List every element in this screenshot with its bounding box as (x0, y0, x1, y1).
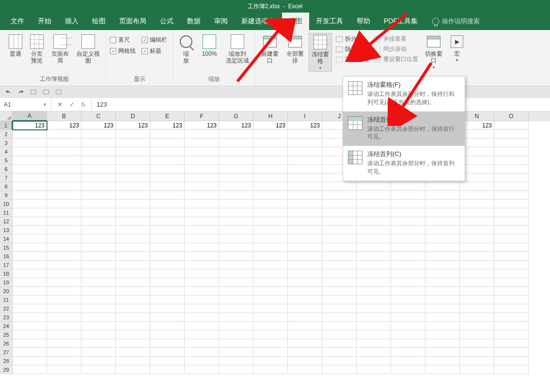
fx-icon[interactable]: fx (81, 101, 85, 108)
cell[interactable] (150, 287, 185, 296)
cell[interactable] (494, 357, 529, 365)
cell[interactable] (494, 339, 529, 348)
cell[interactable] (322, 278, 357, 287)
cell[interactable] (81, 313, 116, 322)
cell[interactable] (116, 287, 150, 296)
cell[interactable] (219, 365, 253, 374)
cell[interactable] (357, 322, 391, 330)
cell[interactable] (150, 139, 185, 147)
row-header[interactable]: 24 (0, 322, 13, 330)
column-header[interactable]: F (185, 111, 219, 121)
cell[interactable] (391, 208, 425, 217)
cell[interactable] (81, 322, 116, 330)
cell[interactable] (357, 304, 391, 313)
cell[interactable] (494, 296, 529, 304)
cell[interactable] (81, 348, 116, 357)
cell[interactable] (425, 226, 460, 235)
cell[interactable] (150, 269, 185, 278)
cell[interactable] (185, 226, 219, 235)
cell[interactable] (391, 226, 425, 235)
cell[interactable] (322, 191, 357, 200)
cell[interactable] (150, 235, 185, 243)
cell[interactable] (494, 191, 529, 200)
cell[interactable] (494, 200, 529, 208)
cell[interactable] (219, 348, 253, 357)
cell[interactable] (150, 226, 185, 235)
cell[interactable] (357, 357, 391, 365)
cell[interactable] (391, 357, 425, 365)
ruler-checkbox[interactable]: 直尺 (110, 36, 136, 44)
cell[interactable] (13, 304, 47, 313)
cell[interactable] (253, 165, 288, 173)
cell[interactable] (185, 357, 219, 365)
row-header[interactable]: 16 (0, 252, 13, 261)
cell[interactable] (253, 235, 288, 243)
cell[interactable] (494, 348, 529, 357)
cell[interactable] (357, 269, 391, 278)
cell[interactable] (116, 322, 150, 330)
cell[interactable] (357, 287, 391, 296)
chevron-down-icon[interactable]: ▼ (43, 102, 47, 107)
cell[interactable] (253, 365, 288, 374)
cell[interactable] (494, 365, 529, 374)
cell[interactable] (357, 330, 391, 339)
tab-draw[interactable]: 绘图 (85, 13, 112, 30)
cell[interactable] (494, 235, 529, 243)
cell[interactable] (13, 330, 47, 339)
cell[interactable] (425, 304, 460, 313)
cell[interactable] (116, 243, 150, 252)
cell[interactable] (185, 173, 219, 182)
tab-view[interactable]: 视图 (282, 13, 309, 30)
cell[interactable] (253, 191, 288, 200)
cell[interactable] (13, 313, 47, 322)
cell[interactable] (494, 173, 529, 182)
cell[interactable] (425, 339, 460, 348)
cell[interactable] (288, 322, 322, 330)
cell[interactable] (13, 348, 47, 357)
cell[interactable] (357, 208, 391, 217)
cell[interactable] (116, 304, 150, 313)
cell[interactable] (47, 200, 81, 208)
cell[interactable] (116, 165, 150, 173)
cell[interactable] (185, 296, 219, 304)
cell[interactable] (13, 278, 47, 287)
cell[interactable] (322, 235, 357, 243)
zoom-button[interactable]: 缩 放 (176, 33, 196, 65)
cell[interactable] (288, 330, 322, 339)
cell[interactable] (253, 348, 288, 357)
cell[interactable] (150, 357, 185, 365)
cell[interactable] (253, 173, 288, 182)
cell[interactable] (13, 156, 47, 165)
cell[interactable] (185, 348, 219, 357)
cell[interactable] (288, 191, 322, 200)
cell[interactable] (150, 208, 185, 217)
cell[interactable] (116, 226, 150, 235)
cell[interactable] (13, 139, 47, 147)
cell[interactable] (460, 365, 494, 374)
cell[interactable] (47, 235, 81, 243)
cell[interactable] (357, 365, 391, 374)
cell[interactable] (116, 278, 150, 287)
cell[interactable] (288, 200, 322, 208)
arrange-all-button[interactable]: 全部重排 (283, 33, 307, 65)
cell[interactable] (116, 139, 150, 147)
cell[interactable] (288, 339, 322, 348)
cell[interactable] (425, 191, 460, 200)
cell[interactable] (47, 296, 81, 304)
cell[interactable] (219, 269, 253, 278)
tab-data[interactable]: 数据 (180, 13, 207, 30)
cell[interactable] (322, 261, 357, 269)
cell[interactable] (494, 313, 529, 322)
cell[interactable] (150, 278, 185, 287)
cell[interactable] (81, 304, 116, 313)
tab-developer[interactable]: 开发工具 (309, 13, 350, 30)
row-header[interactable]: 4 (0, 147, 13, 156)
cell[interactable] (81, 296, 116, 304)
cell[interactable]: 123 (150, 121, 185, 130)
row-header[interactable]: 2 (0, 130, 13, 139)
cell[interactable] (460, 304, 494, 313)
cell[interactable] (47, 304, 81, 313)
cell[interactable] (81, 208, 116, 217)
cell[interactable] (47, 173, 81, 182)
cell[interactable] (460, 243, 494, 252)
